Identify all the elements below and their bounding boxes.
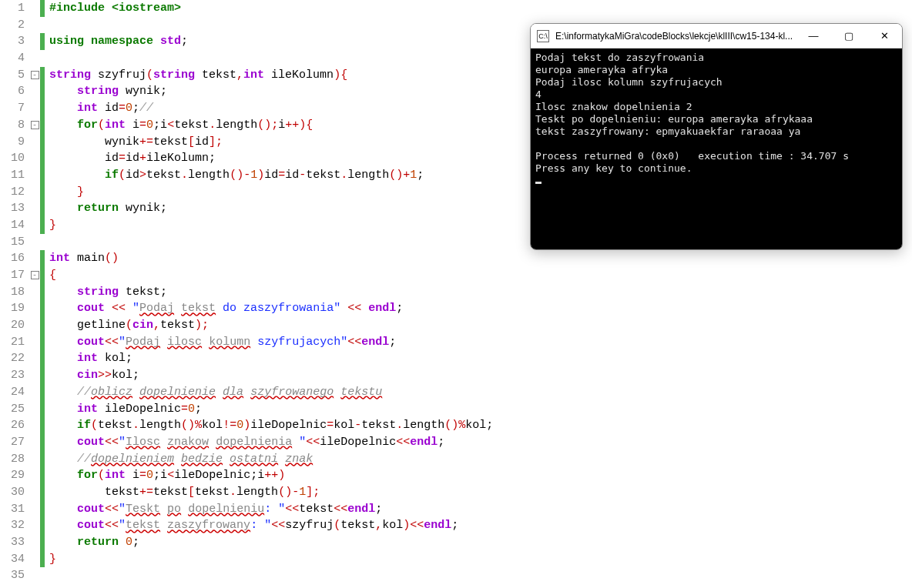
- console-title: E:\informatykaMiGra\codeBlocks\lekcje\kl…: [555, 31, 796, 42]
- code-line[interactable]: return 0;: [49, 534, 493, 551]
- line-number: 10: [0, 150, 25, 167]
- code-line[interactable]: [49, 50, 493, 67]
- line-number: 33: [0, 534, 25, 551]
- code-line[interactable]: }: [49, 217, 493, 234]
- code-line[interactable]: wynik+=tekst[id];: [49, 134, 493, 151]
- line-number: 21: [0, 334, 25, 351]
- line-number: 1: [0, 0, 25, 17]
- line-number: 24: [0, 384, 25, 401]
- code-line[interactable]: cout << "Podaj tekst do zaszyfrowania" <…: [49, 300, 493, 317]
- code-line[interactable]: int id=0;//: [49, 100, 493, 117]
- line-number: 26: [0, 417, 25, 434]
- console-cursor: [535, 182, 542, 184]
- line-number: 17: [0, 267, 25, 284]
- line-number: 5: [0, 67, 25, 84]
- console-output[interactable]: Podaj tekst do zaszyfrowania europa amer…: [531, 48, 902, 249]
- code-line[interactable]: using namespace std;: [49, 33, 493, 50]
- code-line[interactable]: tekst+=tekst[tekst.length()-1];: [49, 484, 493, 501]
- code-line[interactable]: //oblicz dopelnienie dla szyfrowanego te…: [49, 384, 493, 401]
- code-line[interactable]: cout<<"Teskt po dopelnieniu: "<<tekst<<e…: [49, 501, 493, 518]
- code-line[interactable]: #include <iostream>: [49, 0, 493, 17]
- line-number: 30: [0, 484, 25, 501]
- code-area[interactable]: #include <iostream>using namespace std;s…: [45, 0, 493, 588]
- maximize-button[interactable]: ▢: [831, 24, 867, 48]
- fold-toggle-icon[interactable]: -: [31, 71, 39, 79]
- line-number: 3: [0, 33, 25, 50]
- line-number: 6: [0, 83, 25, 100]
- line-number: 22: [0, 350, 25, 367]
- line-number: 35: [0, 567, 25, 584]
- code-line[interactable]: cout<<"Ilosc znakow dopelnienia "<<ileDo…: [49, 434, 493, 451]
- code-line[interactable]: string tekst;: [49, 284, 493, 301]
- code-line[interactable]: cout<<"tekst zaszyfrowany: "<<szyfruj(te…: [49, 517, 493, 534]
- fold-toggle-icon[interactable]: -: [31, 271, 39, 279]
- line-number: 27: [0, 434, 25, 451]
- code-line[interactable]: if(tekst.length()%kol!=0)ileDopelnic=kol…: [49, 417, 493, 434]
- code-line[interactable]: [49, 234, 493, 251]
- code-line[interactable]: for(int i=0;i<tekst.length();i++){: [49, 117, 493, 134]
- code-line[interactable]: cin>>kol;: [49, 367, 493, 384]
- line-number: 34: [0, 551, 25, 568]
- console-window[interactable]: C:\ E:\informatykaMiGra\codeBlocks\lekcj…: [530, 23, 903, 250]
- line-number: 11: [0, 167, 25, 184]
- line-number: 13: [0, 200, 25, 217]
- console-titlebar[interactable]: C:\ E:\informatykaMiGra\codeBlocks\lekcj…: [531, 24, 902, 48]
- line-number: 15: [0, 234, 25, 251]
- code-line[interactable]: [49, 567, 493, 584]
- code-line[interactable]: int kol;: [49, 350, 493, 367]
- line-number: 9: [0, 134, 25, 151]
- line-number: 23: [0, 367, 25, 384]
- fold-column[interactable]: ---: [29, 0, 40, 588]
- line-number: 28: [0, 451, 25, 468]
- line-number: 20: [0, 317, 25, 334]
- code-line[interactable]: cout<<"Podaj ilosc kolumn szyfrujacych"<…: [49, 334, 493, 351]
- line-number: 25: [0, 401, 25, 418]
- minimize-button[interactable]: —: [796, 24, 831, 48]
- console-app-icon: C:\: [537, 30, 549, 42]
- code-line[interactable]: }: [49, 184, 493, 201]
- code-line[interactable]: }: [49, 551, 493, 568]
- line-number: 32: [0, 517, 25, 534]
- code-line[interactable]: {: [49, 267, 493, 284]
- fold-toggle-icon[interactable]: -: [31, 121, 39, 129]
- code-line[interactable]: string wynik;: [49, 83, 493, 100]
- line-number: 18: [0, 284, 25, 301]
- line-number-gutter: 1234567891011121314151617181920212223242…: [0, 0, 29, 588]
- code-line[interactable]: return wynik;: [49, 200, 493, 217]
- line-number: 12: [0, 184, 25, 201]
- line-number: 4: [0, 50, 25, 67]
- line-number: 29: [0, 467, 25, 484]
- line-number: 7: [0, 100, 25, 117]
- code-line[interactable]: if(id>tekst.length()-1)id=id-tekst.lengt…: [49, 167, 493, 184]
- code-line[interactable]: string szyfruj(string tekst,int ileKolum…: [49, 67, 493, 84]
- code-line[interactable]: int ileDopelnic=0;: [49, 401, 493, 418]
- code-line[interactable]: for(int i=0;i<ileDopelnic;i++): [49, 467, 493, 484]
- code-line[interactable]: [49, 17, 493, 34]
- line-number: 19: [0, 300, 25, 317]
- line-number: 31: [0, 501, 25, 518]
- code-line[interactable]: id=id+ileKolumn;: [49, 150, 493, 167]
- line-number: 8: [0, 117, 25, 134]
- close-button[interactable]: ✕: [867, 24, 902, 48]
- line-number: 14: [0, 217, 25, 234]
- code-line[interactable]: int main(): [49, 250, 493, 267]
- code-line[interactable]: //dopelnieniem bedzie ostatni znak: [49, 451, 493, 468]
- code-line[interactable]: getline(cin,tekst);: [49, 317, 493, 334]
- line-number: 16: [0, 250, 25, 267]
- line-number: 2: [0, 17, 25, 34]
